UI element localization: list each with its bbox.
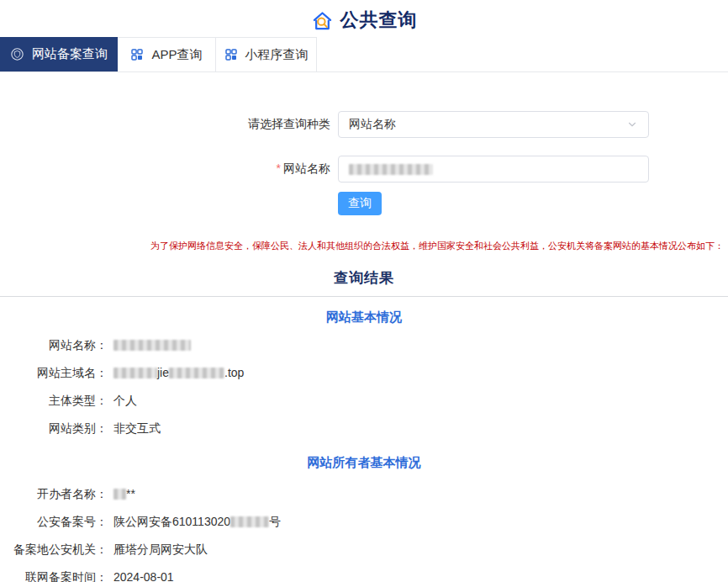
field-label: 联网备案时间： <box>0 569 108 582</box>
divider <box>0 296 728 297</box>
query-category-label: 请选择查询种类 <box>0 117 338 132</box>
result-title: 查询结果 <box>0 268 728 288</box>
owner-info-rows: 开办者名称： ** 公安备案号： 陕公网安备610113020号 备案地公安机关… <box>0 485 728 582</box>
field-label: 网站名称： <box>0 336 108 353</box>
query-category-row: 请选择查询种类 网站名称 <box>0 111 728 138</box>
field-label: 网站主域名： <box>0 364 108 381</box>
site-section-title: 网站基本情况 <box>0 310 728 325</box>
shield-badge-icon <box>10 47 24 61</box>
owner-section-title: 网站所有者基本情况 <box>0 455 728 471</box>
tab-label-app: APP查询 <box>151 47 202 63</box>
security-notice-text: 为了保护网络信息安全，保障公民、法人和其他组织的合法权益，维护国家安全和社会公共… <box>150 240 724 252</box>
query-category-selected-value: 网站名称 <box>349 117 396 132</box>
query-category-select[interactable]: 网站名称 <box>338 111 649 138</box>
redacted-value <box>113 489 126 500</box>
row-subject-type: 主体类型： 个人 <box>0 392 728 409</box>
site-info-rows: 网站名称： 网站主域名： jie.top 主体类型： 个人 网站类别： 非交互式 <box>0 336 728 436</box>
chevron-down-icon <box>626 119 638 130</box>
app-grid-icon <box>224 48 238 61</box>
site-name-row: *网站名称 <box>0 156 728 183</box>
field-label: 主体类型： <box>0 392 108 409</box>
tab-bar: 网站备案查询 APP查询 小程序 <box>0 37 728 72</box>
field-label: 备案地公安机关： <box>0 541 108 558</box>
tab-label-miniprogram: 小程序查询 <box>245 47 309 63</box>
field-value: ** <box>108 485 135 502</box>
public-query-page: 公共查询 网站备案查询 APP查询 <box>0 0 728 582</box>
field-value: 个人 <box>108 392 137 409</box>
notice-row: 为了保护网络信息安全，保障公民、法人和其他组织的合法权益，维护国家安全和社会公共… <box>0 240 728 252</box>
row-record-date: 联网备案时间： 2024-08-01 <box>0 569 728 582</box>
field-label: 网站类别： <box>0 420 108 436</box>
field-value: 2024-08-01 <box>108 569 174 582</box>
row-police-record-number: 公安备案号： 陕公网安备610113020号 <box>0 513 728 530</box>
app-grid-icon <box>130 48 144 61</box>
site-name-label: *网站名称 <box>0 161 338 177</box>
field-value: jie.top <box>108 364 244 381</box>
redacted-value <box>113 340 191 351</box>
redacted-value <box>230 516 269 527</box>
field-value: 陕公网安备610113020号 <box>108 513 281 530</box>
row-site-domain: 网站主域名： jie.top <box>0 364 728 381</box>
row-record-police-agency: 备案地公安机关： 雁塔分局网安大队 <box>0 541 728 558</box>
tab-miniprogram-query[interactable]: 小程序查询 <box>216 37 317 71</box>
redacted-input-value <box>349 164 433 175</box>
page-title: 公共查询 <box>340 8 418 33</box>
tab-label-website: 网站备案查询 <box>32 46 108 62</box>
field-value: 非交互式 <box>108 420 161 436</box>
row-site-name: 网站名称： <box>0 336 728 353</box>
field-value <box>108 336 191 353</box>
house-search-logo-icon <box>311 9 334 32</box>
redacted-value <box>113 368 157 378</box>
row-founder-name: 开办者名称： ** <box>0 485 728 502</box>
field-label: 公安备案号： <box>0 513 108 530</box>
site-name-input[interactable] <box>338 156 649 183</box>
redacted-value <box>169 368 224 378</box>
tab-website-record-query[interactable]: 网站备案查询 <box>0 37 118 71</box>
page-header: 公共查询 <box>0 0 728 37</box>
query-form: 请选择查询种类 网站名称 *网站名称 查询 <box>0 111 728 215</box>
search-button[interactable]: 查询 <box>338 192 382 215</box>
required-asterisk: * <box>277 161 281 175</box>
field-label: 开办者名称： <box>0 485 108 502</box>
tab-app-query[interactable]: APP查询 <box>118 37 216 71</box>
row-site-category: 网站类别： 非交互式 <box>0 420 728 436</box>
field-value: 雁塔分局网安大队 <box>108 541 208 558</box>
